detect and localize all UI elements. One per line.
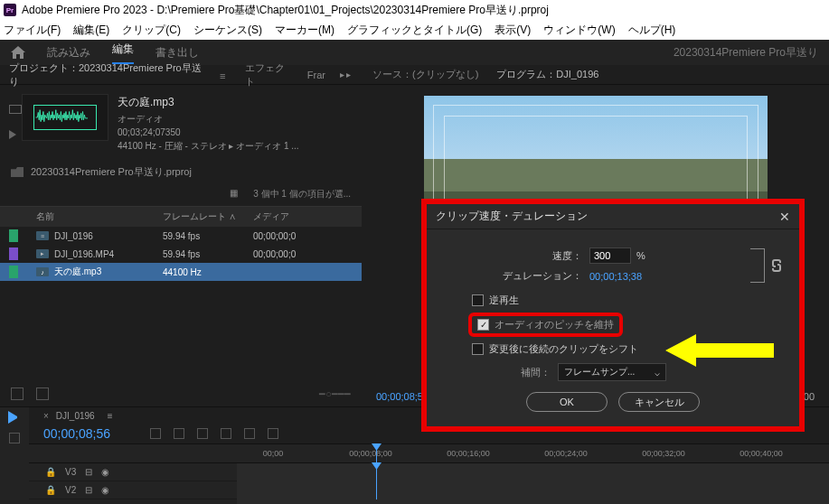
menu-sequence[interactable]: シーケンス(S) [193,23,262,38]
ruler-tick: 00;00;24;00 [544,449,588,458]
linked-selection-icon[interactable] [197,428,208,439]
close-sequence-icon[interactable]: × [43,411,49,421]
clip-preview: 天の庭.mp3 オーディオ 00;03;24;07350 44100 Hz - … [0,85,362,162]
menu-view[interactable]: 表示(V) [495,23,531,38]
home-icon[interactable] [11,46,25,59]
project-panel-tabs: プロジェクト：20230314Premiere Pro早送り ≡ エフェクト F… [0,65,362,85]
ripple-checkbox[interactable] [472,343,484,355]
clip-framerate: 59.94 fps [163,249,253,259]
menu-help[interactable]: ヘルプ(H) [628,23,676,38]
close-icon[interactable]: ✕ [779,210,790,224]
selection-tool-icon[interactable] [8,411,21,424]
view-icon[interactable]: ▦ [230,188,242,201]
track-toggle-icon[interactable]: ⊟ [85,485,92,495]
speed-duration-dialog: クリップ速度・デュレーション ✕ 速度： % デュレーション： 00;00;13… [421,199,805,432]
ok-button[interactable]: OK [526,392,608,412]
tab-program[interactable]: プログラム：DJI_0196 [496,68,598,81]
app-menubar: ファイル(F) 編集(E) クリップ(C) シーケンス(S) マーカー(M) グ… [0,20,829,40]
interpolation-select[interactable]: フレームサンプ... ⌵ [558,363,666,381]
label-swatch[interactable] [9,229,18,242]
table-row[interactable]: ▸DJI_0196.MP4 59.94 fps 00;00;00;0 [0,245,362,263]
menu-window[interactable]: ウィンドウ(W) [543,23,615,38]
tab-frame[interactable]: Frar [307,70,325,80]
label-swatch[interactable] [9,247,18,260]
wrench-icon[interactable] [268,428,278,439]
tab-project[interactable]: プロジェクト：20230314Premiere Pro早送り [9,61,205,89]
sort-icon[interactable]: ∧ [229,211,236,221]
clip-media-start: 00;00;00;0 [253,249,353,259]
ruler-tick: 00;00;40;00 [740,449,783,458]
tool-icon[interactable] [9,433,20,443]
col-name[interactable]: 名前 [36,210,163,223]
pitch-highlight: ✓ オーディオのピッチを維持 [468,313,623,337]
timeline-ruler[interactable]: 00;0000;00;08;0000;00;16;0000;00;24;0000… [29,443,829,463]
track-toggle-icon[interactable]: ⊟ [85,467,92,477]
play-icon[interactable] [9,130,16,139]
more-tabs-icon[interactable]: ▸▸ [340,70,353,79]
ruler-tick: 00;00;32;00 [642,449,685,458]
project-toolbar: ━○━━━ [0,381,362,406]
project-filename: 20230314Premiere Pro早送り.prproj [31,165,192,179]
interpolation-label: 補間： [521,366,551,379]
zoom-slider[interactable]: ━○━━━ [319,388,351,400]
clip-audio-meta: 44100 Hz - 圧縮 - ステレオ ▸ オーディオ 1 ... [118,139,299,153]
panel-menu-icon[interactable]: ≡ [108,411,113,421]
table-row[interactable]: ♪天の庭.mp3 44100 Hz [0,263,362,281]
tab-export[interactable]: 書き出し [155,45,199,61]
settings-icon[interactable] [244,428,255,439]
dialog-title: クリップ速度・デュレーション [436,209,588,224]
menu-edit[interactable]: 編集(E) [73,23,109,38]
ruler-tick: 00;00;16;00 [447,449,490,458]
chevron-down-icon: ⌵ [655,368,660,378]
track-eye-icon[interactable]: ◉ [101,467,109,477]
tab-source[interactable]: ソース：(クリップなし) [372,68,478,81]
track-lock-icon[interactable]: 🔒 [45,485,56,495]
speed-input[interactable] [589,247,631,264]
timeline-timecode[interactable]: 00;00;08;56 [43,426,110,441]
list-view-icon[interactable] [36,387,49,400]
selection-status: 3 個中 1 個の項目が選... [253,188,351,201]
panel-menu-icon[interactable]: ≡ [220,70,231,79]
insert-icon[interactable] [221,428,231,439]
program-timecode[interactable]: 00;00;08;5 [376,391,423,402]
marker-icon[interactable] [174,428,184,439]
snap-icon[interactable] [150,428,161,439]
reverse-checkbox[interactable] [472,294,484,306]
clip-type-icon: ▸ [36,249,49,258]
cancel-button[interactable]: キャンセル [618,392,700,412]
track-header[interactable]: 🔒V2⊟◉ [29,481,237,499]
waveform-icon [33,105,97,130]
duration-label: デュレーション： [445,269,589,283]
project-file-row[interactable]: 20230314Premiere Pro早送り.prproj [0,162,362,182]
new-item-icon[interactable] [11,387,24,400]
tab-import[interactable]: 読み込み [47,45,90,61]
window-title: Adobe Premiere Pro 2023 - D:\Premiere Pr… [22,3,549,18]
sequence-name[interactable]: DJI_0196 [56,411,95,421]
project-icon [11,167,24,177]
menu-marker[interactable]: マーカー(M) [275,23,334,38]
link-bracket [750,248,765,283]
window-titlebar: Pr Adobe Premiere Pro 2023 - D:\Premiere… [0,0,829,20]
menu-graphics[interactable]: グラフィックとタイトル(G) [347,23,482,38]
timeline-tracks[interactable] [237,463,829,504]
ruler-tick: 00;00 [263,449,284,458]
table-row[interactable]: ≡DJI_0196 59.94 fps 00;00;00;0 [0,227,362,245]
menu-file[interactable]: ファイル(F) [4,23,61,38]
label-swatch[interactable] [9,266,18,278]
clip-name: DJI_0196 [54,231,93,241]
ripple-label: 変更後に後続のクリップをシフト [489,342,638,356]
track-header[interactable]: 🔒V3⊟◉ [29,463,237,481]
col-media[interactable]: メディア [253,210,353,223]
track-eye-icon[interactable]: ◉ [101,485,109,495]
track-lock-icon[interactable]: 🔒 [45,467,56,477]
clip-media-start: 00;00;00;0 [253,231,353,241]
poster-frame-icon[interactable] [9,105,22,114]
audio-thumbnail [22,94,108,141]
link-icon[interactable] [772,259,781,272]
col-framerate[interactable]: フレームレート [163,211,226,221]
clip-framerate: 44100 Hz [163,267,253,277]
tab-effects[interactable]: エフェクト [245,61,293,89]
duration-value[interactable]: 00;00;13;38 [589,271,642,282]
menu-clip[interactable]: クリップ(C) [122,23,181,38]
maintain-pitch-checkbox[interactable]: ✓ [477,319,489,331]
